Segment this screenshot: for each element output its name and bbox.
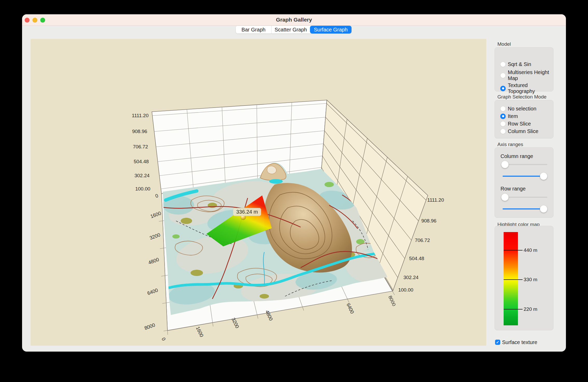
z-tick-left: 100.00 (135, 186, 150, 192)
legend-tick-label: 220 m (524, 306, 537, 312)
legend-tick-line (504, 279, 523, 280)
row-max-slider-fill (503, 208, 544, 209)
z-tick-right: 302.24 (403, 275, 418, 280)
legend-tick-label: 330 m (524, 277, 537, 282)
radio-no-selection-label[interactable]: No selection (508, 106, 553, 112)
z-tick-left: 706.72 (133, 144, 148, 150)
z-tick-right: 908.96 (421, 218, 436, 224)
radio-no-selection[interactable] (500, 106, 506, 111)
radio-textured-topography[interactable] (500, 86, 506, 91)
tab-bar-graph[interactable]: Bar Graph (236, 26, 271, 34)
radio-textured-label[interactable]: Textured Topography (508, 82, 553, 94)
model-group-box: Sqrt & Sin Multiseries Height Map Textur… (495, 47, 553, 91)
title-bar[interactable]: Graph Gallery (22, 14, 566, 26)
axis-ranges-section-label: Axis ranges (497, 142, 523, 147)
radio-row-slice-label[interactable]: Row Slice (508, 121, 553, 127)
selection-tooltip: 336.24 m (233, 208, 261, 216)
surface-scene (31, 39, 486, 346)
row-range-label: Row range (501, 186, 526, 192)
selection-mode-group-box: No selection Item Row Slice Column Slice (495, 100, 553, 139)
z-tick-left: 1111.20 (132, 113, 148, 118)
z-tick-right: 706.72 (415, 238, 430, 243)
controls-sidebar: Model Sqrt & Sin Multiseries Height Map … (495, 40, 566, 350)
radio-item[interactable] (500, 114, 506, 119)
surface-graph-canvas[interactable]: 1111.20 908.96 706.72 504.48 302.24 100.… (31, 39, 486, 346)
radio-column-slice-label[interactable]: Column Slice (508, 128, 553, 134)
column-range-label: Column range (501, 153, 533, 159)
column-max-slider-handle[interactable] (540, 173, 547, 180)
z-tick-right: 1111.20 (427, 197, 444, 203)
legend-tick-line (504, 250, 523, 251)
model-section-label: Model (497, 41, 511, 47)
column-max-slider-fill (503, 176, 544, 177)
window-title: Graph Gallery (22, 17, 566, 23)
app-window: Graph Gallery Bar Graph Scatter Graph Su… (22, 14, 566, 352)
selection-mode-section-label: Graph Selection Mode (497, 94, 546, 100)
column-min-slider-handle[interactable] (501, 161, 509, 168)
radio-column-slice[interactable] (500, 129, 506, 134)
surface-texture-label[interactable]: Surface texture (502, 339, 537, 345)
legend-tick-label: 440 m (524, 247, 537, 253)
tab-scatter-graph[interactable]: Scatter Graph (271, 26, 310, 34)
row-min-slider-handle[interactable] (501, 194, 509, 201)
radio-multiseries-height-map[interactable] (500, 73, 506, 78)
radio-multiseries-label[interactable]: Multiseries Height Map (508, 69, 553, 81)
radio-sqrt-sin[interactable] (500, 62, 506, 67)
axis-ranges-group-box: Column range Row range (495, 147, 553, 218)
legend-tick-line (504, 309, 523, 309)
radio-item-label[interactable]: Item (508, 113, 553, 119)
graph-type-tabs: Bar Graph Scatter Graph Surface Graph (236, 26, 352, 34)
z-tick-left: 504.48 (134, 159, 149, 164)
column-min-slider-track[interactable] (503, 164, 547, 165)
row-min-slider-track[interactable] (503, 197, 547, 198)
z-tick-right: 100.00 (398, 287, 413, 293)
radio-row-slice[interactable] (500, 121, 506, 127)
radio-sqrt-sin-label[interactable]: Sqrt & Sin (508, 61, 553, 67)
z-tick-left: 908.96 (132, 129, 147, 134)
row-max-slider-handle[interactable] (540, 205, 547, 213)
tab-surface-graph[interactable]: Surface Graph (310, 26, 352, 34)
color-map-gradient-bar (504, 232, 518, 325)
z-tick-left: 302.24 (134, 173, 150, 179)
surface-texture-checkbox[interactable]: ✓ (495, 340, 500, 345)
z-tick-right: 504.48 (409, 256, 424, 261)
